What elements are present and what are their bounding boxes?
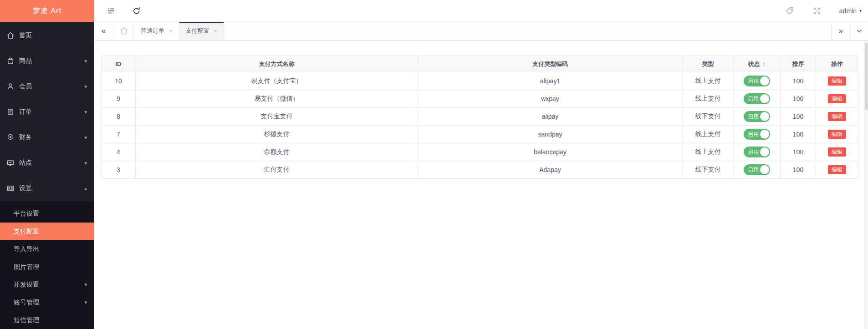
- edit-button[interactable]: 编辑: [828, 147, 846, 157]
- status-toggle[interactable]: 启用: [744, 93, 770, 104]
- main-area: admin ▾ « 普通订单 × 支付配置 ×: [94, 0, 868, 329]
- sort-control[interactable]: ▲▼: [763, 62, 766, 66]
- order-icon: [5, 107, 15, 117]
- chevron-down-icon: ▾: [84, 109, 87, 115]
- status-toggle[interactable]: 启用: [744, 76, 770, 86]
- scrollbar-thumb[interactable]: [865, 42, 868, 111]
- submenu-item-platform-settings[interactable]: 平台设置: [0, 205, 94, 223]
- tabs-menu-button[interactable]: [850, 22, 868, 40]
- sidebar-item-members[interactable]: 会员 ▾: [0, 74, 94, 99]
- edit-button[interactable]: 编辑: [828, 76, 846, 86]
- status-toggle[interactable]: 启用: [744, 147, 770, 157]
- header-status: 状态▲▼: [734, 56, 781, 72]
- table-row: 4 余额支付 balancepay 线上支付 启用 100 编辑: [102, 143, 858, 161]
- sidebar-item-settings[interactable]: 设置 ▴: [0, 176, 94, 201]
- cell-status: 启用: [734, 143, 781, 161]
- tabbar-controls: »: [832, 22, 868, 40]
- chevron-down-icon: ▾: [84, 294, 87, 311]
- status-toggle[interactable]: 启用: [744, 129, 770, 140]
- cell-type: 线上支付: [683, 72, 734, 90]
- sidebar: 梦凌 Art 首页 商品 ▾ 会员 ▾: [0, 0, 94, 329]
- status-toggle[interactable]: 启用: [744, 164, 770, 175]
- submenu-item-image-management[interactable]: 图片管理: [0, 258, 94, 276]
- vertical-scrollbar[interactable]: [864, 22, 868, 329]
- tab-payment-config[interactable]: 支付配置 ×: [179, 22, 225, 40]
- header-action: 操作: [816, 56, 858, 72]
- cell-action: 编辑: [816, 90, 858, 108]
- cell-sort: 100: [781, 126, 816, 143]
- bag-icon: [5, 56, 15, 66]
- cell-action: 编辑: [816, 108, 858, 126]
- caret-down-icon: ▾: [859, 8, 862, 13]
- refresh-icon[interactable]: [132, 6, 142, 16]
- tag-icon[interactable]: [785, 6, 795, 16]
- cell-id: 3: [102, 161, 136, 179]
- sidebar-item-goods[interactable]: 商品 ▾: [0, 48, 94, 74]
- sidebar-item-orders[interactable]: 订单 ▾: [0, 99, 94, 125]
- settings-icon: [5, 183, 15, 193]
- tab-label: 普通订单: [141, 27, 164, 35]
- cell-sort: 100: [781, 161, 816, 179]
- toggle-label: 启用: [748, 166, 759, 174]
- tabbar: « 普通订单 × 支付配置 × »: [94, 22, 868, 40]
- toggle-label: 启用: [748, 148, 759, 156]
- submenu-item-import-export[interactable]: 导入导出: [0, 240, 94, 258]
- submenu-item-sms-management[interactable]: 短信管理: [0, 311, 94, 329]
- tab-normal-orders[interactable]: 普通订单 ×: [134, 22, 179, 40]
- cell-type: 线下支付: [683, 161, 734, 179]
- sidebar-item-label: 设置: [19, 184, 84, 192]
- cell-type: 线上支付: [683, 143, 734, 161]
- toggle-label: 启用: [748, 95, 759, 103]
- cell-status: 启用: [734, 126, 781, 143]
- edit-button[interactable]: 编辑: [828, 94, 846, 103]
- table-row: 10 易支付（支付宝） alipay1 线上支付 启用 100 编辑: [102, 72, 858, 90]
- username-label: admin: [839, 7, 857, 15]
- topbar-left: [106, 6, 142, 16]
- header-name: 支付方式名称: [136, 56, 418, 72]
- sidebar-item-finance[interactable]: 财务 ▾: [0, 125, 94, 150]
- sidebar-item-site[interactable]: 站点 ▾: [0, 150, 94, 176]
- submenu-item-label: 支付配置: [14, 228, 39, 235]
- submenu-item-label: 图片管理: [14, 263, 39, 270]
- table-row: 7 杉德支付 sandpay 线上支付 启用 100 编辑: [102, 126, 858, 143]
- sort-desc-icon[interactable]: ▼: [763, 64, 766, 66]
- submenu-item-dev-settings[interactable]: 开发设置 ▾: [0, 276, 94, 294]
- status-toggle[interactable]: 启用: [744, 111, 770, 122]
- submenu-item-label: 开发设置: [14, 281, 39, 288]
- tab-label: 支付配置: [186, 27, 209, 35]
- chevron-down-icon: ▾: [84, 58, 87, 64]
- chevron-down-icon: ▾: [84, 276, 87, 294]
- cell-status: 启用: [734, 72, 781, 90]
- chevron-down-icon: ▾: [84, 160, 87, 166]
- close-icon[interactable]: ×: [169, 28, 173, 35]
- edit-button[interactable]: 编辑: [828, 165, 846, 174]
- table-row: 9 易支付（微信） wxpay 线上支付 启用 100 编辑: [102, 90, 858, 108]
- tabs-scroll-left-button[interactable]: «: [94, 22, 113, 40]
- topbar-right: admin ▾: [785, 6, 862, 16]
- fullscreen-icon[interactable]: [812, 6, 822, 16]
- app-logo: 梦凌 Art: [0, 0, 94, 22]
- sidebar-item-home[interactable]: 首页: [0, 23, 94, 48]
- cell-sort: 100: [781, 90, 816, 108]
- tabs-scroll-right-button[interactable]: »: [832, 22, 850, 40]
- collapse-sidebar-icon[interactable]: [106, 6, 116, 16]
- cell-name: 汇付支付: [136, 161, 418, 179]
- edit-button[interactable]: 编辑: [828, 112, 846, 121]
- user-menu[interactable]: admin ▾: [839, 7, 862, 15]
- cell-id: 9: [102, 90, 136, 108]
- cell-name: 余额支付: [136, 143, 418, 161]
- chevron-down-icon: ▾: [84, 135, 87, 141]
- close-icon[interactable]: ×: [214, 28, 218, 35]
- submenu-item-account-management[interactable]: 账号管理 ▾: [0, 294, 94, 311]
- cell-sort: 100: [781, 143, 816, 161]
- edit-button[interactable]: 编辑: [828, 130, 846, 139]
- cell-id: 10: [102, 72, 136, 90]
- sidebar-menu: 首页 商品 ▾ 会员 ▾ 订单 ▾: [0, 22, 94, 201]
- tab-home[interactable]: [113, 22, 134, 40]
- header-type: 类型: [683, 56, 734, 72]
- cell-code: sandpay: [418, 126, 683, 143]
- cell-code: wxpay: [418, 90, 683, 108]
- submenu-item-payment-config[interactable]: 支付配置: [0, 223, 94, 240]
- settings-submenu: 平台设置 支付配置 导入导出 图片管理 开发设置 ▾ 账号管理 ▾ 短信管理: [0, 201, 94, 329]
- cell-action: 编辑: [816, 126, 858, 143]
